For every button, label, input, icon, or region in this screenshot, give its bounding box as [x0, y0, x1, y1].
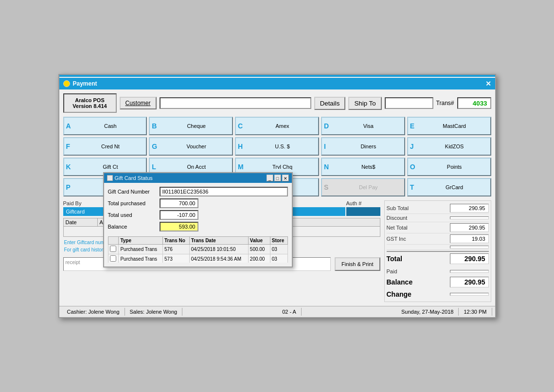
pay-btn-G[interactable]: G Voucher — [149, 137, 233, 156]
gc-number-row: Gift Card Number — [108, 187, 288, 196]
pay-btn-I[interactable]: I Diners — [321, 137, 405, 156]
trans-label: Trans# — [436, 100, 454, 107]
modal-restore-button[interactable]: □ — [274, 175, 281, 181]
pay-btn-J[interactable]: J KidZOS — [407, 137, 491, 156]
ship-to-button[interactable]: Ship To — [348, 97, 381, 110]
gst-inc-row: GST Inc 19.03 — [387, 233, 489, 245]
gc-balance-label: Balance — [108, 224, 157, 230]
gc-purchased-value[interactable] — [160, 198, 198, 208]
auth-header: Auth # — [346, 200, 380, 206]
right-panel: Sub Total 290.95 Discount Net Total 290.… — [384, 200, 491, 302]
summary-panel: Sub Total 290.95 Discount Net Total 290.… — [384, 200, 491, 302]
col-date: Date — [64, 218, 98, 226]
details-button[interactable]: Details — [314, 97, 346, 110]
change-row: Change — [387, 289, 489, 300]
paid-row: Paid — [387, 267, 489, 275]
total-label: Total — [387, 255, 402, 263]
gc-used-label: Total used — [108, 212, 157, 218]
gc-col-value: Value — [248, 237, 270, 245]
pay-btn-T[interactable]: T GrCard — [407, 178, 491, 196]
pay-btn-D[interactable]: D Visa — [321, 117, 405, 135]
gc-purchased-row: Total purchased — [108, 198, 288, 208]
sub-total-row: Sub Total 290.95 — [387, 203, 489, 214]
pay-btn-O[interactable]: O Points — [407, 158, 491, 176]
sub-total-value: 290.95 — [450, 204, 489, 213]
modal-content: Gift Card Number Total purchased Total u… — [104, 183, 292, 267]
status-bar: Cashier: Jolene Wong Sales: Jolene Wong … — [59, 306, 495, 317]
discount-row: Discount — [387, 214, 489, 222]
modal-titlebar: Gift Card Status _ □ ✕ — [104, 173, 292, 183]
modal-minimize-button[interactable]: _ — [267, 175, 273, 181]
gst-inc-value: 19.03 — [450, 234, 489, 243]
pay-btn-B[interactable]: B Cheque — [149, 117, 233, 135]
pay-btn-A[interactable]: A Cash — [63, 117, 147, 135]
time-status: 12:30 PM — [459, 308, 492, 316]
modal-icon — [107, 175, 113, 181]
titlebar-title: Payment — [73, 80, 97, 87]
pay-btn-F[interactable]: F Cred Nt — [63, 137, 147, 156]
terminal-status: 02 - A — [277, 308, 302, 316]
titlebar-left: Payment — [63, 80, 97, 87]
change-label: Change — [387, 290, 411, 298]
pay-btn-N[interactable]: N Nets$ — [321, 158, 405, 176]
net-total-value: 290.95 — [450, 223, 489, 232]
finish-print-button[interactable]: Finish & Print — [335, 257, 380, 271]
total-value: 290.95 — [450, 253, 489, 264]
gc-purchased-label: Total purchased — [108, 200, 157, 206]
balance-value: 290.95 — [450, 277, 489, 287]
extra-value — [450, 246, 489, 249]
pay-btn-S: S Del Pay — [321, 178, 405, 196]
main-window: Payment ✕ Aralco POS Version 8.414 Custo… — [58, 74, 496, 318]
gc-used-row: Total used — [108, 210, 288, 220]
date-status: Sunday, 27-May-2018 — [396, 308, 459, 316]
modal-close-button[interactable]: ✕ — [282, 175, 289, 181]
trans-input[interactable] — [457, 97, 491, 109]
gc-balance-row: Balance — [108, 222, 288, 232]
modal-controls: _ □ ✕ — [267, 175, 289, 181]
pay-btn-C[interactable]: C Amex — [235, 117, 319, 135]
net-total-row: Net Total 290.95 — [387, 222, 489, 233]
net-total-label: Net Total — [387, 225, 421, 231]
titlebar: Payment ✕ — [59, 78, 495, 89]
sales-status: Sales: Jolene Wong — [125, 308, 183, 316]
discount-label: Discount — [387, 215, 421, 221]
gc-table-row: Purchased Trans 576 04/25/2018 10:01:50 … — [108, 245, 287, 254]
gc-table-row: Purchased Trans 573 04/25/2018 9:54:36 A… — [108, 254, 287, 263]
gc-table-scroll[interactable]: Type Trans No Trans Date Value Store Pur… — [108, 233, 288, 263]
gc-col-type: Type — [119, 237, 163, 245]
gc-used-value[interactable] — [160, 210, 198, 220]
app-icon — [63, 80, 70, 87]
customer-input[interactable] — [160, 97, 311, 109]
gc-number-input[interactable] — [160, 187, 288, 196]
close-icon[interactable]: ✕ — [485, 80, 491, 88]
total-row: Total 290.95 — [387, 251, 489, 266]
balance-row: Balance 290.95 — [387, 275, 489, 289]
sub-total-label: Sub Total — [387, 205, 421, 211]
extra-row — [387, 245, 489, 250]
app-title: Aralco POS Version 8.414 — [63, 93, 117, 113]
pay-btn-H[interactable]: H U.S. $ — [235, 137, 319, 156]
top-bar: Aralco POS Version 8.414 Customer Detail… — [63, 93, 491, 113]
gc-number-label: Gift Card Number — [108, 189, 157, 195]
discount-value — [450, 216, 489, 219]
gc-row-checkbox[interactable] — [110, 246, 116, 252]
gift-card-modal: Gift Card Status _ □ ✕ Gift Card Number … — [103, 172, 293, 267]
gc-col-store: Store — [270, 237, 287, 245]
customer-button[interactable]: Customer — [120, 97, 157, 109]
change-value — [450, 293, 489, 296]
gst-inc-label: GST Inc — [387, 236, 421, 242]
gc-transactions-table: Type Trans No Trans Date Value Store Pur… — [108, 236, 288, 263]
gc-balance-value[interactable] — [160, 222, 198, 232]
gc-col-trans-date: Trans Date — [189, 237, 248, 245]
paid-auth-value — [346, 207, 380, 216]
ship-to-input[interactable] — [385, 97, 433, 109]
balance-label: Balance — [387, 278, 413, 286]
paid-label: Paid — [387, 268, 421, 274]
paid-value — [450, 270, 489, 273]
gc-col-trans-no: Trans No — [163, 237, 190, 245]
gc-row-checkbox[interactable] — [110, 255, 116, 262]
gc-col-check — [108, 237, 119, 245]
pay-btn-E[interactable]: E MastCard — [407, 117, 491, 135]
modal-title: Gift Card Status — [107, 175, 153, 181]
top-accent-bar — [59, 75, 495, 77]
